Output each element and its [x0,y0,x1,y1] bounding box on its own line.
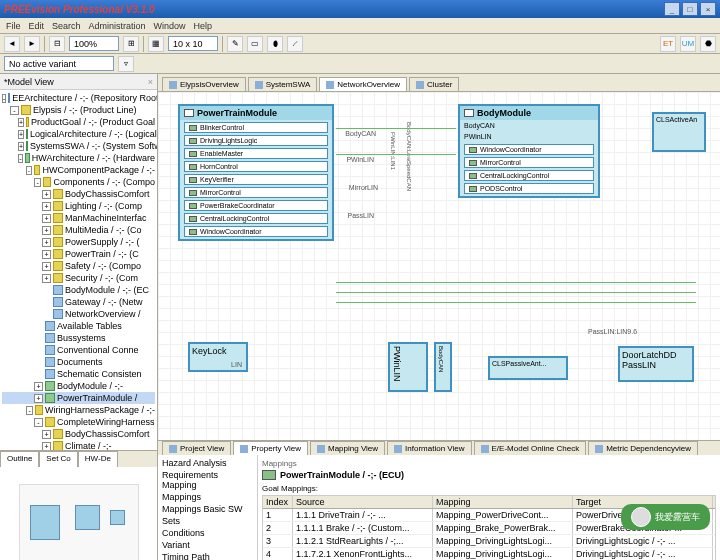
menu-edit[interactable]: Edit [29,21,45,31]
expand-icon[interactable]: + [42,214,51,223]
tree-node[interactable]: +PowerTrain / -;- (C [2,248,155,260]
grid-combo[interactable]: 10 x 10 [168,36,218,51]
expand-icon[interactable]: + [42,274,51,283]
expand-icon[interactable]: + [42,238,51,247]
tree-node[interactable]: Available Tables [2,320,155,332]
expand-icon[interactable]: + [42,442,51,451]
tree-node[interactable]: +Climate / -;- [2,440,155,450]
tree-node[interactable]: +MultiMedia / -;- (Co [2,224,155,236]
category-item[interactable]: Hazard Analysis [160,457,255,469]
expand-icon[interactable]: + [42,226,51,235]
pwin-module[interactable]: PWinLIN [388,342,428,392]
tool-icon[interactable]: ET [660,36,676,52]
property-categories[interactable]: Hazard AnalysisRequirements MappingMappi… [158,455,258,560]
component[interactable]: WindowCoordinator [464,144,594,155]
editor-tab[interactable]: Cluster [409,77,459,91]
expand-icon[interactable]: - [34,178,41,187]
category-item[interactable]: Timing Path [160,551,255,560]
expand-icon[interactable]: - [34,418,43,427]
tree-node[interactable]: +Lighting / -;- (Comp [2,200,155,212]
component[interactable]: EnableMaster [184,148,328,159]
component[interactable]: CentralLockingControl [464,170,594,181]
tree-node[interactable]: +ManMachineInterfac [2,212,155,224]
category-item[interactable]: Requirements Mapping [160,469,255,491]
tool-icon[interactable]: ⬮ [267,36,283,52]
bottom-tab[interactable]: Information View [387,441,471,455]
maximize-button[interactable]: □ [682,2,698,16]
cls-passive-module[interactable]: CLSPassiveAnt... [488,356,568,380]
filter-icon[interactable]: ▿ [118,56,134,72]
category-item[interactable]: Mappings [160,491,255,503]
bottom-tab[interactable]: Mapping View [310,441,385,455]
table-row[interactable]: 31.1.2.1 StdRearLights / -;...Mapping_Dr… [263,535,715,548]
tool-icon[interactable]: ⟋ [287,36,303,52]
grid-button[interactable]: ▦ [148,36,164,52]
tree-node[interactable]: Gateway / -;- (Netw [2,296,155,308]
nav-back-button[interactable]: ◄ [4,36,20,52]
expand-icon[interactable]: - [10,106,19,115]
tree-node[interactable]: -HWArchitecture / -;- (Hardware [2,152,155,164]
outline-minimap[interactable] [0,467,157,560]
bodycan-module[interactable]: BodyCAN [434,342,452,392]
category-item[interactable]: Variant [160,539,255,551]
tree-node[interactable]: +SystemsSWA / -;- (System Softw [2,140,155,152]
tree-node[interactable]: BodyModule / -;- (EC [2,284,155,296]
col-header[interactable]: Index [263,496,293,508]
expand-icon[interactable]: + [42,190,51,199]
tree-node[interactable]: -EEArchitecture / -;- (Repository Root) [2,92,155,104]
category-item[interactable]: Conditions [160,527,255,539]
outline-tab[interactable]: HW-De [78,451,118,467]
component[interactable]: MirrorControl [464,157,594,168]
tree-node[interactable]: +BodyModule / -;- [2,380,155,392]
bottom-tab[interactable]: Project View [162,441,231,455]
tree-node[interactable]: Conventional Conne [2,344,155,356]
menu-window[interactable]: Window [154,21,186,31]
col-header[interactable]: Mapping [433,496,573,508]
category-item[interactable]: Sets [160,515,255,527]
editor-tab[interactable]: NetworkOverview [319,77,407,91]
component[interactable]: CentralLockingControl [184,213,328,224]
minimize-button[interactable]: _ [664,2,680,16]
zoom-in-button[interactable]: ⊞ [123,36,139,52]
tree-node[interactable]: Documents [2,356,155,368]
component[interactable]: BlinkerControl [184,122,328,133]
bottom-tab[interactable]: Metric Dependencyview [588,441,698,455]
tree-node[interactable]: Bussystems [2,332,155,344]
expand-icon[interactable]: + [18,142,24,151]
doorlatch-module[interactable]: DoorLatchDDPassLIN [618,346,694,382]
zoom-combo[interactable]: 100% [69,36,119,51]
component[interactable]: PODSControl [464,183,594,194]
outline-tab[interactable]: Outline [0,451,39,467]
component[interactable]: DrivingLightsLogic [184,135,328,146]
tool-icon[interactable]: UM [680,36,696,52]
tree-node[interactable]: NetworkOverview / [2,308,155,320]
expand-icon[interactable]: + [42,262,51,271]
cls-active-module[interactable]: CLSActiveAn [652,112,706,152]
keylock-module[interactable]: KeyLockLIN [188,342,248,372]
tool-icon[interactable]: ✎ [227,36,243,52]
expand-icon[interactable]: + [42,250,51,259]
expand-icon[interactable]: + [18,118,24,127]
menu-help[interactable]: Help [194,21,213,31]
nav-fwd-button[interactable]: ► [24,36,40,52]
tree-node[interactable]: +PowerSupply / -;- ( [2,236,155,248]
tool-icon[interactable]: ⬣ [700,36,716,52]
bottom-tab[interactable]: Property View [233,441,308,455]
table-row[interactable]: 41.1.7.2.1 XenonFrontLights...Mapping_Dr… [263,548,715,560]
body-module[interactable]: BodyModule BodyCAN PWinLIN WindowCoordin… [458,104,600,198]
component[interactable]: HornControl [184,161,328,172]
tree-node[interactable]: +Security / -;- (Com [2,272,155,284]
close-icon[interactable]: × [148,77,153,87]
menu-file[interactable]: File [6,21,21,31]
outline-tab[interactable]: Set Co [39,451,77,467]
category-item[interactable]: Mappings Basic SW [160,503,255,515]
expand-icon[interactable]: - [26,406,33,415]
tree-node[interactable]: -CompleteWiringHarness [2,416,155,428]
component[interactable]: KeyVerifier [184,174,328,185]
tree-node[interactable]: +LogicalArchitecture / -;- (Logical [2,128,155,140]
tree-node[interactable]: -HWComponentPackage / -;- [2,164,155,176]
bottom-tab[interactable]: E/E-Model Online Check [474,441,587,455]
tree-node[interactable]: +BodyChassisComfort [2,428,155,440]
tree-node[interactable]: -Components / -;- (Compo [2,176,155,188]
tree-node[interactable]: +PowerTrainModule / [2,392,155,404]
